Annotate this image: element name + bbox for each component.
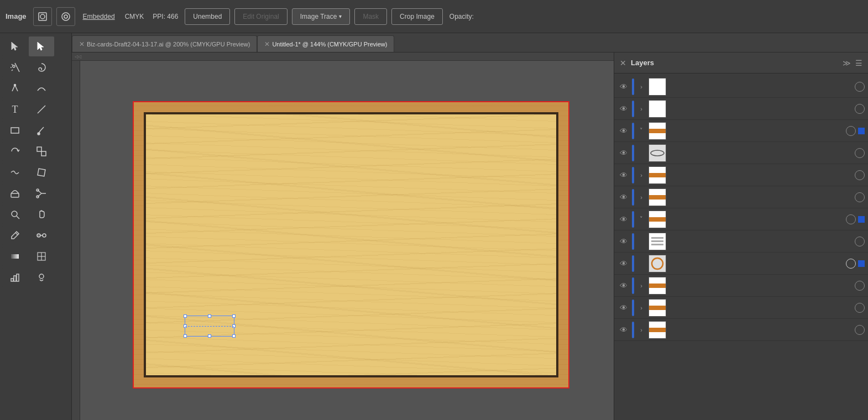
unembed-button[interactable]: Unembed xyxy=(185,8,230,25)
scissors-tool[interactable] xyxy=(29,183,54,203)
layer-visibility-icon[interactable]: 👁 xyxy=(618,149,630,158)
layer-target-icon[interactable] xyxy=(846,214,856,224)
line-tool[interactable] xyxy=(29,99,54,119)
svg-line-7 xyxy=(12,70,13,71)
hand-tool[interactable] xyxy=(29,204,54,224)
tab-close-biz[interactable]: ✕ xyxy=(79,40,85,48)
layer-expand-icon[interactable]: › xyxy=(636,305,646,311)
layer-target-icon[interactable] xyxy=(846,126,856,136)
layer-visibility-icon[interactable]: 👁 xyxy=(618,259,630,268)
image-icon-circle[interactable] xyxy=(56,7,75,26)
eyedropper-tool[interactable] xyxy=(2,225,28,245)
layer-visibility-icon[interactable]: 👁 xyxy=(618,303,630,312)
lasso-tool[interactable] xyxy=(29,57,54,77)
layer-expand-icon[interactable]: › xyxy=(636,282,646,289)
opacity-label: Opacity: xyxy=(447,13,476,20)
magic-wand-tool[interactable] xyxy=(2,57,28,77)
chart-tool[interactable] xyxy=(2,267,28,287)
panel-close-icon[interactable]: ✕ xyxy=(620,59,626,67)
layer-visibility-icon[interactable]: 👁 xyxy=(618,237,630,246)
layer-row[interactable]: 👁 ˅ xyxy=(614,208,868,230)
curvature-tool[interactable] xyxy=(29,78,54,98)
layer-row[interactable]: 👁 › xyxy=(614,275,868,297)
layer-visibility-icon[interactable]: 👁 xyxy=(618,171,630,180)
layer-target-icon[interactable] xyxy=(855,303,865,313)
layer-row[interactable]: 👁 xyxy=(614,230,868,253)
layer-expand-icon[interactable]: › xyxy=(636,83,646,90)
gradient-tool[interactable] xyxy=(2,246,28,266)
layer-visibility-icon[interactable]: 👁 xyxy=(618,104,630,113)
crop-image-button[interactable]: Crop Image xyxy=(391,8,443,25)
eraser-tool[interactable] xyxy=(2,183,28,203)
layer-visibility-icon[interactable]: 👁 xyxy=(618,82,630,91)
layer-thumbnail xyxy=(649,188,666,206)
pen-tool[interactable] xyxy=(2,78,28,98)
layer-target-icon[interactable] xyxy=(855,82,865,92)
layer-row[interactable]: 👁 › xyxy=(614,164,868,186)
layer-expand-icon[interactable]: ˅ xyxy=(636,127,646,134)
layer-row[interactable]: 👁 › xyxy=(614,319,868,341)
layer-target-icon[interactable] xyxy=(855,237,865,246)
layer-color-bar xyxy=(632,189,634,206)
layer-expand-icon[interactable]: › xyxy=(636,106,646,112)
blend-tool[interactable] xyxy=(29,225,54,245)
scale-tool[interactable] xyxy=(29,141,54,161)
image-menu[interactable]: Image xyxy=(6,12,27,20)
layer-row[interactable]: 👁 xyxy=(614,253,868,275)
layer-row[interactable]: 👁 › xyxy=(614,186,868,208)
layer-target-icon[interactable] xyxy=(855,170,865,180)
rectangle-tool[interactable] xyxy=(2,120,28,140)
layer-expand-icon[interactable]: › xyxy=(636,172,646,179)
layer-visibility-icon[interactable]: 👁 xyxy=(618,127,630,135)
svg-rect-13 xyxy=(37,147,41,151)
layer-target-icon[interactable] xyxy=(846,259,856,269)
tool-row-6 xyxy=(2,141,69,161)
svg-rect-14 xyxy=(41,151,46,156)
layer-visibility-icon[interactable]: 👁 xyxy=(618,326,630,334)
layer-target-icon[interactable] xyxy=(855,148,865,158)
panel-collapse-icon[interactable]: ≫ xyxy=(843,59,851,67)
layer-target-icon[interactable] xyxy=(855,325,865,335)
layer-row[interactable]: 👁 › xyxy=(614,98,868,120)
edit-original-button[interactable]: Edit Original xyxy=(234,8,287,25)
free-transform-tool[interactable] xyxy=(29,162,54,182)
layer-row[interactable]: 👁 › xyxy=(614,76,868,98)
panel-menu-icon[interactable]: ☰ xyxy=(855,59,862,67)
layer-target-icon[interactable] xyxy=(855,104,865,114)
layer-row[interactable]: 👁 xyxy=(614,142,868,164)
selection-tool[interactable] xyxy=(2,36,28,56)
image-trace-chevron: ▾ xyxy=(339,13,342,19)
image-trace-button[interactable]: Image Trace ▾ xyxy=(292,8,351,25)
layers-panel: ✕ Layers ≫ ☰ 👁 › xyxy=(614,53,868,420)
image-icon-square[interactable] xyxy=(33,7,52,26)
tab-close-untitled[interactable]: ✕ xyxy=(264,40,270,48)
zoom-tool[interactable] xyxy=(2,204,28,224)
symbol-tool[interactable] xyxy=(29,267,54,287)
mask-button[interactable]: Mask xyxy=(354,8,387,25)
rotate-tool[interactable] xyxy=(2,141,28,161)
layer-visibility-icon[interactable]: 👁 xyxy=(618,193,630,202)
layer-target-icon[interactable] xyxy=(855,281,865,291)
type-tool[interactable]: T xyxy=(2,99,28,119)
mesh-tool[interactable] xyxy=(29,246,54,266)
layer-row[interactable]: 👁 › xyxy=(614,297,868,319)
svg-rect-0 xyxy=(39,13,46,20)
layer-visibility-icon[interactable]: 👁 xyxy=(618,215,630,224)
tab-untitled[interactable]: ✕ Untitled-1* @ 144% (CMYK/GPU Preview) xyxy=(257,35,394,52)
warp-tool[interactable] xyxy=(2,162,28,182)
tool-row-1 xyxy=(2,36,69,56)
paintbrush-tool[interactable] xyxy=(29,120,54,140)
layer-target-icon[interactable] xyxy=(855,192,865,202)
layer-expand-icon[interactable]: › xyxy=(636,327,646,333)
layer-expand-icon[interactable]: ˅ xyxy=(636,216,646,223)
svg-line-4 xyxy=(15,63,19,72)
layer-color-bar xyxy=(632,300,634,316)
direct-selection-tool[interactable] xyxy=(29,36,54,56)
tab-biz-cards[interactable]: ✕ Biz-cards-Draft2-04-13-17.ai @ 200% (C… xyxy=(72,35,257,52)
layer-row[interactable]: 👁 ˅ xyxy=(614,120,868,142)
layer-expand-icon[interactable]: › xyxy=(636,194,646,201)
layer-visibility-icon[interactable]: 👁 xyxy=(618,281,630,290)
layer-selection-indicator xyxy=(858,128,865,134)
layer-thumbnail xyxy=(649,233,666,250)
svg-point-3 xyxy=(64,15,67,18)
